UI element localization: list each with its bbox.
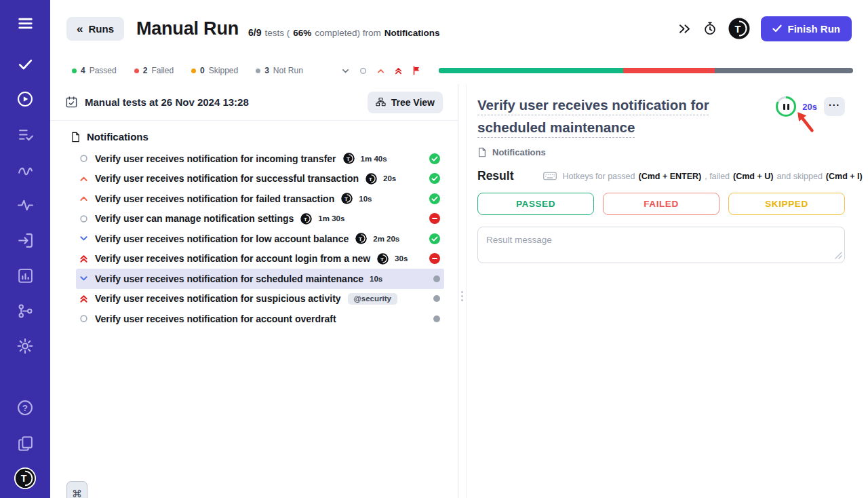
test-row[interactable]: Verify user receives notification for fa… xyxy=(76,189,444,209)
branches-icon[interactable] xyxy=(14,299,37,322)
ellipsis-icon: ··· xyxy=(829,100,840,111)
status-notrun-icon xyxy=(433,295,440,302)
passed-dot-icon xyxy=(72,69,77,73)
page-title: Manual Run xyxy=(136,18,239,39)
test-row[interactable]: Verify user receives notification for lo… xyxy=(76,229,444,249)
test-duration: 1m 40s xyxy=(361,155,387,163)
keyboard-icon xyxy=(543,172,557,180)
skipped-count[interactable]: 0 Skipped xyxy=(191,66,238,75)
passed-button[interactable]: PASSED xyxy=(477,193,594,215)
progress-passed xyxy=(439,68,623,73)
tests-check-icon[interactable] xyxy=(14,52,37,75)
suite-group-header[interactable]: Notifications xyxy=(50,121,458,149)
runs-play-icon[interactable] xyxy=(14,88,37,111)
signature-icon[interactable] xyxy=(14,158,37,181)
test-list: Verify user receives notification for in… xyxy=(50,149,458,329)
priority-normal-icon xyxy=(79,214,89,224)
filter-critical-icon[interactable] xyxy=(394,66,403,75)
status-notrun-icon xyxy=(433,315,440,322)
test-tag: @security xyxy=(348,293,397,305)
failed-count[interactable]: 2 Failed xyxy=(134,66,174,75)
status-notrun-icon xyxy=(433,275,440,282)
fast-forward-icon[interactable] xyxy=(677,22,692,36)
priority-filters xyxy=(341,66,421,75)
svg-text:T: T xyxy=(21,473,27,484)
more-menu-button[interactable]: ··· xyxy=(824,97,845,116)
hotkeys-hint: Hotkeys for passed (Cmd + ENTER) , faile… xyxy=(543,172,862,181)
command-button[interactable]: ⌘ xyxy=(66,481,87,498)
settings-gear-icon[interactable] xyxy=(14,334,37,358)
test-duration: 10s xyxy=(370,275,382,283)
hotkeys-text: Hotkeys for passed xyxy=(562,172,635,181)
test-row[interactable]: Verify user receives notification for ac… xyxy=(76,249,444,269)
verdict-buttons: PASSED FAILED SKIPPED xyxy=(477,193,845,215)
testomat-logo-icon: T xyxy=(377,253,389,265)
filter-high-icon[interactable] xyxy=(376,66,385,75)
pulse-icon[interactable] xyxy=(14,193,37,216)
tree-view-button[interactable]: Tree View xyxy=(368,92,443,113)
annotation-arrow-icon xyxy=(789,106,821,140)
notrun-count[interactable]: 3 Not Run xyxy=(256,66,303,75)
filter-flag-icon[interactable] xyxy=(412,66,421,75)
test-row[interactable]: Verify user can manage notification sett… xyxy=(76,209,444,229)
skipped-button[interactable]: SKIPPED xyxy=(728,193,845,215)
docs-copy-icon[interactable] xyxy=(14,432,37,455)
finish-run-label: Finish Run xyxy=(788,23,841,35)
menu-icon[interactable] xyxy=(14,12,37,35)
resize-handle-icon[interactable] xyxy=(835,250,842,262)
main-area: « Runs Manual Run 6/9 tests ( 66% comple… xyxy=(50,0,868,498)
status-failed-icon xyxy=(429,213,440,224)
test-title-editable[interactable]: Verify user receives notification for sc… xyxy=(477,94,749,138)
test-row[interactable]: Verify user receives notification for su… xyxy=(76,289,444,309)
filter-normal-icon[interactable] xyxy=(359,66,368,75)
test-duration: 2m 20s xyxy=(373,235,399,243)
result-message-input[interactable] xyxy=(477,227,845,263)
testomat-logo-icon: T xyxy=(366,173,377,185)
result-message-wrap xyxy=(477,227,845,266)
file-icon xyxy=(477,147,487,157)
back-label: Runs xyxy=(88,23,114,35)
status-failed-icon xyxy=(429,253,440,264)
detail-suite-group[interactable]: Notifications xyxy=(477,147,845,157)
test-row[interactable]: Verify user receives notification for sc… xyxy=(76,269,444,289)
testomat-logo-icon[interactable]: T xyxy=(728,18,750,39)
analytics-icon[interactable] xyxy=(14,264,37,287)
result-row: Result Hotkeys for passed (Cmd + ENTER) … xyxy=(477,169,845,183)
testomat-logo-icon: T xyxy=(341,193,353,204)
svg-text:?: ? xyxy=(22,403,28,413)
test-row[interactable]: Verify user receives notification for su… xyxy=(76,169,444,189)
panel-splitter[interactable] xyxy=(458,84,467,498)
splitter-grip-icon xyxy=(460,286,465,305)
test-row[interactable]: Verify user receives notification for in… xyxy=(76,149,444,169)
percent-complete: 66% xyxy=(293,28,311,38)
plans-list-icon[interactable] xyxy=(14,123,37,146)
test-title: Verify user receives notification for su… xyxy=(95,173,359,184)
run-calendar-icon xyxy=(65,96,78,109)
help-icon[interactable]: ? xyxy=(14,396,37,419)
command-icon: ⌘ xyxy=(72,488,82,498)
test-title: Verify user receives notification for sc… xyxy=(95,273,363,284)
testomat-logo-icon: T xyxy=(343,153,355,164)
import-icon[interactable] xyxy=(14,229,37,252)
finish-run-button[interactable]: Finish Run xyxy=(761,16,852,41)
timer-icon[interactable] xyxy=(703,21,717,36)
count-number: 3 xyxy=(264,66,269,75)
back-to-runs-button[interactable]: « Runs xyxy=(66,17,124,41)
passed-count[interactable]: 4 Passed xyxy=(72,66,117,75)
hotkey-passed: (Cmd + ENTER) xyxy=(638,172,701,181)
status-passed-icon xyxy=(429,233,440,244)
run-name: Manual tests at 26 Nov 2024 13:28 xyxy=(85,96,249,108)
status-passed-icon xyxy=(429,193,440,204)
run-progress-summary: 6/9 tests ( 66% completed) from Notifica… xyxy=(248,19,440,38)
svg-text:T: T xyxy=(359,236,362,242)
filter-caret-icon[interactable] xyxy=(341,66,350,75)
topbar-actions: T Finish Run xyxy=(677,16,852,41)
app-root: ? T « Runs Manual Run 6/9 tests ( 66% co… xyxy=(0,0,868,498)
svg-text:T: T xyxy=(734,24,741,35)
test-row[interactable]: Verify user receives notification for ac… xyxy=(76,309,444,329)
priority-low-icon xyxy=(79,273,89,284)
failed-button[interactable]: FAILED xyxy=(603,193,719,215)
test-duration: 30s xyxy=(395,254,408,263)
testomat-logo-icon[interactable]: T xyxy=(14,467,37,490)
test-title: Verify user can manage notification sett… xyxy=(95,213,294,224)
